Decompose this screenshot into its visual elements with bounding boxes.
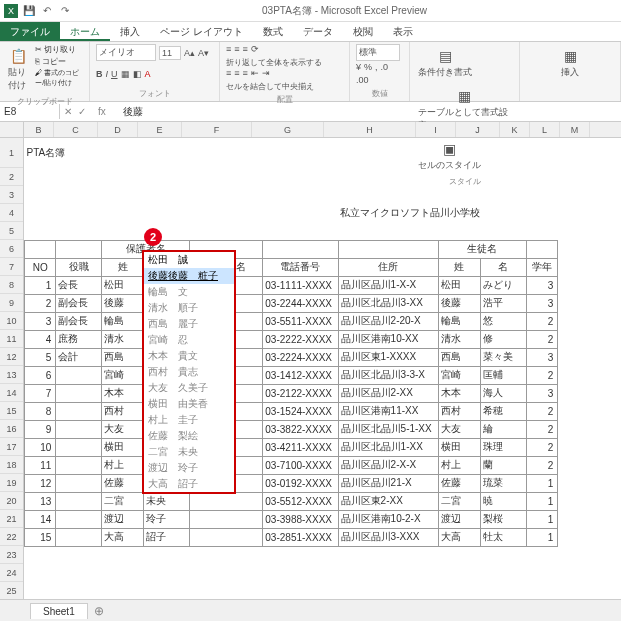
cell[interactable]: 03-3988-XXXX [263, 510, 338, 528]
cell[interactable]: 3 [25, 312, 56, 330]
cell[interactable] [190, 204, 263, 222]
cell[interactable]: 品川区北品川3-XX [338, 294, 438, 312]
cell[interactable] [589, 456, 620, 474]
cell[interactable] [190, 168, 263, 186]
autocomplete-item[interactable]: 輪島 文 [144, 284, 234, 300]
cell[interactable]: 3 [526, 348, 557, 366]
cell[interactable]: 大友 [439, 420, 481, 438]
dec-decimal-icon[interactable]: .00 [356, 75, 369, 85]
cell[interactable]: 13 [25, 492, 56, 510]
border-button[interactable]: ▦ [121, 69, 130, 79]
cell[interactable]: 副会長 [56, 312, 102, 330]
cell[interactable]: 品川区北品川1-XX [338, 438, 438, 456]
cell[interactable] [102, 186, 144, 204]
align-top-icon[interactable]: ≡ [226, 44, 231, 54]
insert-cells-button[interactable]: ▦挿入 [526, 44, 614, 81]
cell[interactable]: 03-1111-XXXX [263, 276, 338, 294]
cell[interactable] [526, 546, 557, 564]
cell[interactable]: 牡太 [480, 528, 526, 546]
cell[interactable] [558, 456, 589, 474]
copy-button[interactable]: ⎘ コピー [35, 56, 83, 67]
cell[interactable]: 村上 [439, 456, 481, 474]
cell[interactable] [558, 240, 589, 258]
cell[interactable] [558, 348, 589, 366]
cell[interactable]: 03-2224-XXXX [263, 348, 338, 366]
cell[interactable]: 悠 [480, 312, 526, 330]
autocomplete-item[interactable]: 村上 圭子 [144, 412, 234, 428]
autocomplete-item-selected[interactable]: 後藤後藤 粧子 [144, 268, 234, 284]
cell[interactable] [338, 138, 438, 168]
cell[interactable] [263, 564, 338, 582]
row-header[interactable]: 20 [0, 492, 23, 510]
cell[interactable]: 品川区北品川5-1-XX [338, 420, 438, 438]
cell[interactable] [558, 402, 589, 420]
cell[interactable] [263, 138, 338, 168]
cell[interactable] [558, 138, 589, 168]
cell[interactable]: 横田 [439, 438, 481, 456]
cell[interactable] [263, 186, 338, 204]
cell[interactable] [526, 582, 557, 600]
cell[interactable] [56, 384, 102, 402]
cell[interactable] [589, 420, 620, 438]
cell[interactable] [263, 582, 338, 600]
cell[interactable]: 木本 [102, 384, 144, 402]
cell[interactable] [558, 492, 589, 510]
cell[interactable]: 品川区港南10-2-X [338, 510, 438, 528]
cell[interactable] [558, 330, 589, 348]
cell[interactable]: 2 [25, 294, 56, 312]
cell[interactable]: 品川区港南10-XX [338, 330, 438, 348]
cell[interactable] [558, 276, 589, 294]
cell[interactable] [589, 138, 620, 168]
col-header[interactable]: M [560, 122, 590, 137]
cell[interactable] [25, 204, 56, 222]
row-header[interactable]: 12 [0, 348, 23, 366]
cell[interactable] [338, 564, 438, 582]
cell[interactable] [263, 168, 338, 186]
row-header[interactable]: 10 [0, 312, 23, 330]
cell[interactable]: 姓 [439, 258, 481, 276]
cell[interactable]: 横田 [102, 438, 144, 456]
cell[interactable]: 松田 [439, 276, 481, 294]
autocomplete-item[interactable]: 松田 誠 [144, 252, 234, 268]
row-header[interactable]: 22 [0, 528, 23, 546]
cell[interactable]: 琉菜 [480, 474, 526, 492]
tab-formulas[interactable]: 数式 [253, 22, 293, 41]
cell[interactable]: 電話番号 [263, 258, 338, 276]
cell[interactable] [102, 204, 144, 222]
cell[interactable]: 菜々美 [480, 348, 526, 366]
col-header[interactable]: G [252, 122, 324, 137]
cell[interactable]: 03-5511-XXXX [263, 312, 338, 330]
col-header[interactable]: E [138, 122, 182, 137]
cell[interactable]: 私立マイクロソフト品川小学校 [338, 204, 558, 222]
cell[interactable]: 2 [526, 402, 557, 420]
cell[interactable]: 3 [526, 384, 557, 402]
cell[interactable] [190, 564, 263, 582]
cell[interactable] [526, 138, 557, 168]
cell[interactable] [558, 528, 589, 546]
cell[interactable] [589, 168, 620, 186]
cell[interactable] [263, 222, 338, 240]
cell[interactable] [589, 348, 620, 366]
cell[interactable]: 西村 [102, 402, 144, 420]
cell[interactable]: 2 [526, 312, 557, 330]
autocomplete-dropdown[interactable]: 松田 誠後藤後藤 粧子輪島 文清水 順子西島 麗子宮崎 忍木本 貴文西村 貴志大… [142, 250, 236, 494]
row-header[interactable]: 11 [0, 330, 23, 348]
cell[interactable]: 匡輔 [480, 366, 526, 384]
formula-bar[interactable]: ✕ ✓ fx 後藤 [60, 103, 621, 121]
cell[interactable] [102, 222, 144, 240]
cell[interactable] [56, 186, 102, 204]
cell[interactable]: 渡辺 [439, 510, 481, 528]
cell[interactable] [558, 420, 589, 438]
cell[interactable] [56, 582, 102, 600]
cell[interactable]: 12 [25, 474, 56, 492]
cell[interactable] [589, 204, 620, 222]
cell[interactable]: 4 [25, 330, 56, 348]
row-header[interactable]: 25 [0, 582, 23, 600]
autocomplete-item[interactable]: 二宮 未央 [144, 444, 234, 460]
autocomplete-item[interactable]: 横田 由美香 [144, 396, 234, 412]
cell[interactable]: 二宮 [439, 492, 481, 510]
cell[interactable]: 詔子 [144, 528, 190, 546]
cell[interactable] [558, 582, 589, 600]
tab-data[interactable]: データ [293, 22, 343, 41]
cell[interactable]: 5 [25, 348, 56, 366]
